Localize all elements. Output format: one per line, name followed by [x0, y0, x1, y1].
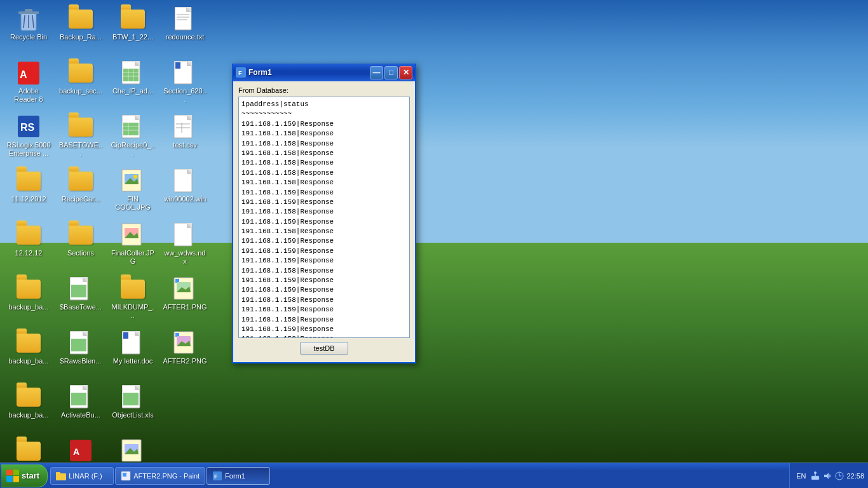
data-row: 191.168.1.158|Response [241, 139, 407, 149]
png-icon-after2 [172, 330, 198, 356]
finalcoller-label: FinalColler.JPG [111, 249, 155, 266]
backup-ba3-label: backup_ba... [9, 411, 49, 419]
maximize-button[interactable]: □ [384, 66, 398, 79]
milkdump-label: MILKDUMP_... [111, 303, 155, 320]
data-row: 191.168.1.159|Response [241, 247, 407, 256]
data-row: 191.168.1.158|Response [241, 149, 407, 158]
data-separator: ~~~~~~~~~~~~ [241, 109, 407, 119]
start-button[interactable]: start [1, 464, 48, 487]
taskbar-item-form1[interactable]: F Form1 [207, 467, 270, 485]
rslogix-label: RSLogix 5000 Enterprise ... [6, 141, 51, 158]
doc-icon-section620 [172, 60, 198, 86]
data-row: 191.168.1.158|Response [241, 207, 407, 217]
desktop-icon-date2[interactable]: 12.12.12 [3, 219, 54, 273]
testdb-button[interactable]: testDB [300, 342, 348, 355]
minimize-button[interactable]: — [370, 66, 383, 79]
desktop-icon-after1[interactable]: AFTER1.PNG [159, 273, 210, 327]
data-row: 191.168.1.159|Response [241, 236, 407, 246]
window-body: From Database: ipaddress|status~~~~~~~~~… [233, 81, 415, 362]
form1-window: F Form1 — □ ✕ From Database: ipaddress|s… [232, 64, 416, 363]
svg-rect-90 [56, 472, 60, 475]
myletter-label: My letter.doc [113, 357, 153, 365]
desktop-icon-backup-ba2[interactable]: backup_ba... [3, 327, 54, 381]
desktop-icon-recipecar[interactable]: RecipeCar... [55, 165, 106, 219]
xlsx-icon-che-ip [120, 60, 146, 86]
desktop: Recycle Bin Backup_Ra... BTW_1_22... [0, 0, 868, 488]
taskbar-item-paint[interactable]: AFTER2.PNG - Paint [115, 467, 205, 485]
desktop-icon-ww-wdws[interactable]: ww_wdws.ndx [159, 219, 210, 273]
desktop-icon-btw1[interactable]: BTW_1_22... [107, 3, 158, 57]
xlsx-icon-objectlist [120, 384, 146, 410]
desktop-icon-date1[interactable]: 11.12.2012 [3, 165, 54, 219]
data-box[interactable]: ipaddress|status~~~~~~~~~~~~191.168.1.15… [238, 97, 410, 338]
win00002-label: win00002.win [164, 195, 207, 203]
folder-icon-backup-ra [68, 6, 93, 32]
desktop-icon-basetowe[interactable]: BASETOWE... [55, 111, 106, 165]
taskbar-item-linar[interactable]: LINAR (F:) [50, 467, 114, 485]
svg-text:A: A [20, 69, 27, 80]
window-title-icon: F [236, 67, 246, 78]
desktop-icon-finalcoller[interactable]: FinalColler.JPG [107, 219, 158, 273]
folder-icon-backup-ba1 [16, 276, 41, 302]
csv-icon-testcsv [172, 114, 198, 140]
backup-sec-label: backup_sec... [59, 87, 102, 95]
desktop-icon-milkdump[interactable]: MILKDUMP_... [107, 273, 158, 327]
adobe-label: Adobe Reader 8 [6, 87, 51, 104]
desktop-icon-sections[interactable]: Sections [55, 219, 106, 273]
desktop-icon-adobe[interactable]: A Adobe Reader 8 [3, 57, 54, 111]
desktop-icon-objectlist[interactable]: ObjectList.xls [107, 381, 158, 435]
data-row: 191.168.1.159|Response [241, 119, 407, 129]
desktop-icon-testcsv[interactable]: test.csv [159, 111, 210, 165]
folder-icon-recipecar [68, 168, 93, 194]
taskbar-linar-label: LINAR (F:) [69, 472, 102, 480]
desktop-icon-backup-sec[interactable]: backup_sec... [55, 57, 106, 111]
desktop-icon-section620[interactable]: Section_620... [159, 57, 210, 111]
xlsx-icon-ciprecipe [120, 114, 146, 140]
svg-rect-95 [811, 476, 819, 480]
svg-rect-65 [71, 339, 86, 351]
windows-logo-icon [6, 470, 19, 482]
data-row: 191.168.1.158|Response [241, 334, 407, 338]
desktop-icon-after2[interactable]: AFTER2.PNG [159, 327, 210, 381]
objectlist-label: ObjectList.xls [112, 411, 153, 419]
desktop-icon-win00002[interactable]: win00002.win [159, 165, 210, 219]
desktop-icon-myletter[interactable]: My letter.doc [107, 327, 158, 381]
clock-display: 22:58 [846, 472, 864, 480]
png-icon-after1 [172, 276, 198, 302]
basetowei-label: $BaseTowe... [60, 303, 102, 311]
network-tray-icon [810, 471, 820, 481]
recycle-bin-label: Recycle Bin [10, 33, 47, 41]
doc-icon-win00002 [172, 168, 198, 194]
folder-icon-basetowe [68, 114, 93, 140]
desktop-icon-backup-ba3[interactable]: backup_ba... [3, 381, 54, 435]
folder-icon-date1 [16, 168, 41, 194]
desktop-icon-activatebu[interactable]: ActivateBu... [55, 381, 106, 435]
svg-point-97 [814, 471, 817, 474]
recycle-bin-icon [16, 6, 41, 32]
data-row: 191.168.1.159|Response [241, 285, 407, 295]
testcsv-label: test.csv [173, 141, 196, 149]
from-database-label: From Database: [238, 86, 410, 94]
data-header: ipaddress|status [241, 100, 407, 109]
svg-rect-31 [123, 123, 139, 135]
desktop-icon-redounce[interactable]: redounce.txt [159, 3, 210, 57]
paint-taskbar-icon [121, 471, 131, 481]
desktop-icon-backup-ba1[interactable]: backup_ba... [3, 273, 54, 327]
che-ip-label: Che_IP_ad... [112, 87, 153, 95]
date1-label: 11.12.2012 [11, 195, 46, 203]
taskbar: start LINAR (F:) AFTER2.PNG - Paint [0, 463, 868, 488]
start-label: start [22, 471, 39, 480]
data-row: 191.168.1.158|Response [241, 158, 407, 168]
desktop-icon-rslogix[interactable]: RS RSLogix 5000 Enterprise ... [3, 111, 54, 165]
desktop-icon-recycle-bin[interactable]: Recycle Bin [3, 3, 54, 57]
app-icon-archestra: A [68, 438, 93, 464]
desktop-icon-backup-ra[interactable]: Backup_Ra... [55, 3, 106, 57]
close-button[interactable]: ✕ [399, 66, 412, 79]
desktop-icon-basetowei[interactable]: $BaseTowe... [55, 273, 106, 327]
desktop-icon-che-ip[interactable]: Che_IP_ad... [107, 57, 158, 111]
xlsx-icon-activatebu [68, 384, 93, 410]
txt-icon-redounce [172, 6, 198, 32]
desktop-icon-rawsblen[interactable]: $RawsBlen... [55, 327, 106, 381]
desktop-icon-ciprecipe[interactable]: CipRecipe0_... [107, 111, 158, 165]
desktop-icon-fin-cool[interactable]: FIN COOL.JPG [107, 165, 158, 219]
